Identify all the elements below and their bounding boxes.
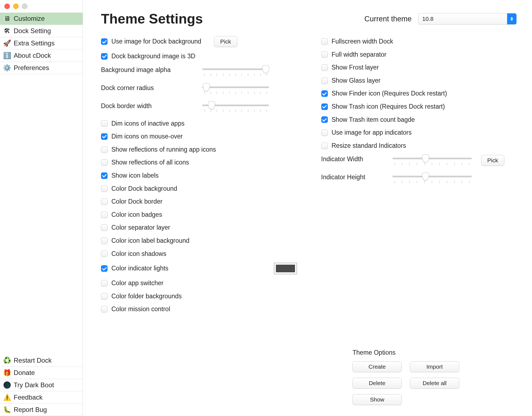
bg-image-3d-checkbox[interactable] [101, 53, 108, 60]
glass-checkbox[interactable] [321, 77, 328, 84]
color_mission-label: Color mission control [111, 305, 170, 313]
show_labels-label: Show icon labels [111, 172, 159, 180]
current-theme-select[interactable]: 10.8 [418, 13, 517, 25]
current-theme-value: 10.8 [422, 16, 433, 22]
fullscreen-icon[interactable] [22, 4, 27, 9]
dim_inactive-label: Dim icons of inactive apps [111, 120, 184, 128]
refl_all-checkbox[interactable] [101, 159, 108, 166]
close-icon[interactable] [4, 4, 10, 9]
use-image-bg-checkbox[interactable] [101, 38, 108, 45]
sidebar-item-restart-dock[interactable]: ♻️Restart Dock [0, 354, 83, 367]
color_dock_bg-checkbox[interactable] [101, 185, 108, 192]
refl_running-label: Show reflections of running app icons [111, 146, 216, 154]
minimize-icon[interactable] [13, 4, 19, 9]
left-column: Use image for Dock background Pick Dock … [101, 36, 297, 319]
sidebar-item-extra-settings[interactable]: 🚀Extra Settings [0, 37, 83, 50]
img_indicators-label: Use image for app indicators [332, 129, 412, 137]
indicator-width-slider[interactable] [392, 155, 472, 166]
trash_badge-label: Show Trash item count bagde [332, 116, 415, 124]
theme-options-title: Theme Options [352, 349, 517, 356]
img_indicators-checkbox[interactable] [321, 129, 328, 136]
frost-label: Show Frost layer [332, 64, 379, 71]
color_shadows-checkbox[interactable] [101, 250, 108, 257]
color_sep-label: Color separator layer [111, 224, 170, 232]
corner-radius-label: Dock corner radius [101, 84, 197, 92]
window-controls [0, 0, 83, 13]
color_sep-checkbox[interactable] [101, 224, 108, 231]
trash_icon-checkbox[interactable] [321, 103, 328, 110]
frost-checkbox[interactable] [321, 64, 328, 71]
sidebar-item-icon: ⚙️ [3, 64, 11, 72]
sidebar-item-label: Feedback [14, 394, 42, 401]
sidebar-item-icon: ♻️ [3, 357, 11, 364]
sidebar-item-preferences[interactable]: ⚙️Preferences [0, 62, 83, 74]
sidebar-item-label: Preferences [14, 64, 49, 72]
pick-bg-button[interactable]: Pick [214, 36, 238, 47]
sidebar-item-icon: 🎁 [3, 369, 11, 377]
show_labels-checkbox[interactable] [101, 172, 108, 179]
sidebar-item-icon: 🚀 [3, 39, 11, 47]
sidebar-item-feedback[interactable]: ⚠️Feedback [0, 391, 83, 404]
import-theme-button[interactable]: Import [410, 361, 459, 372]
main-panel: Theme Settings Current theme 10.8 Use im… [83, 0, 532, 416]
sidebar-item-label: Customize [14, 15, 45, 22]
border-width-slider[interactable] [202, 102, 269, 113]
sidebar-item-label: Report Bug [14, 406, 47, 414]
color_folder_bg-checkbox[interactable] [101, 293, 108, 300]
sidebar-item-icon: 🛠 [3, 27, 11, 35]
pick-indicator-button[interactable]: Pick [481, 155, 505, 166]
sidebar-item-icon: 🐛 [3, 406, 11, 414]
bg-alpha-slider[interactable] [202, 66, 269, 77]
color_mission-checkbox[interactable] [101, 306, 108, 313]
trash_badge-checkbox[interactable] [321, 116, 328, 123]
bg-image-3d-label: Dock background image is 3D [111, 53, 195, 60]
sidebar-item-label: Donate [14, 369, 35, 377]
dim_inactive-checkbox[interactable] [101, 120, 108, 127]
finder_icon-label: Show Finder icon (Requires Dock restart) [332, 90, 447, 97]
use-image-bg-label: Use image for Dock background [111, 38, 201, 45]
glass-label: Show Glass layer [332, 77, 381, 85]
refl_running-checkbox[interactable] [101, 146, 108, 153]
full_sep-checkbox[interactable] [321, 51, 328, 58]
sidebar-item-about-cdock[interactable]: ℹ️About cDock [0, 50, 83, 62]
sidebar-main-list: 🖥Customize🛠Dock Setting🚀Extra Settingsℹ️… [0, 13, 83, 74]
color_label_bg-checkbox[interactable] [101, 238, 108, 244]
color_dock_border-checkbox[interactable] [101, 198, 108, 205]
color_folder_bg-label: Color folder backgrounds [111, 293, 182, 300]
color_shadows-label: Color icon shadows [111, 250, 166, 258]
resize_indic-checkbox[interactable] [321, 143, 328, 149]
sidebar-item-donate[interactable]: 🎁Donate [0, 367, 83, 379]
chevron-up-down-icon [507, 13, 516, 24]
sidebar-item-icon: ⚠️ [3, 394, 11, 401]
color_badges-label: Color icon badges [111, 211, 162, 219]
delete-all-themes-button[interactable]: Delete all [410, 378, 459, 389]
page-title: Theme Settings [101, 11, 203, 27]
color_indicator-color-well[interactable] [274, 263, 297, 274]
color_badges-checkbox[interactable] [101, 212, 108, 218]
fullscreen_dock-checkbox[interactable] [321, 38, 328, 45]
color_app_switcher-checkbox[interactable] [101, 280, 108, 287]
color_indicator-checkbox[interactable] [101, 265, 108, 272]
sidebar-item-label: Try Dark Boot [14, 381, 54, 389]
dim_mouseover-checkbox[interactable] [101, 133, 108, 140]
refl_all-label: Show reflections of all icons [111, 159, 189, 166]
finder_icon-checkbox[interactable] [321, 90, 328, 97]
delete-theme-button[interactable]: Delete [352, 378, 402, 389]
show-theme-button[interactable]: Show [352, 394, 402, 405]
sidebar-item-icon: 🌑 [3, 381, 11, 389]
create-theme-button[interactable]: Create [352, 361, 402, 372]
color_indicator-label: Color indicator lights [111, 265, 168, 272]
sidebar-item-label: Extra Settings [14, 39, 54, 47]
indicator-height-slider[interactable] [392, 173, 472, 184]
indicator-height-label: Indicator Height [321, 173, 387, 181]
color_dock_border-label: Color Dock border [111, 198, 163, 206]
sidebar-item-try-dark-boot[interactable]: 🌑Try Dark Boot [0, 379, 83, 391]
sidebar-item-report-bug[interactable]: 🐛Report Bug [0, 404, 83, 416]
sidebar: 🖥Customize🛠Dock Setting🚀Extra Settingsℹ️… [0, 0, 83, 416]
border-width-label: Dock border width [101, 102, 197, 110]
sidebar-item-customize[interactable]: 🖥Customize [0, 13, 83, 25]
corner-radius-slider[interactable] [202, 84, 269, 95]
sidebar-item-dock-setting[interactable]: 🛠Dock Setting [0, 25, 83, 37]
resize_indic-label: Resize standard Indicators [332, 142, 406, 150]
sidebar-item-icon: ℹ️ [3, 52, 11, 59]
